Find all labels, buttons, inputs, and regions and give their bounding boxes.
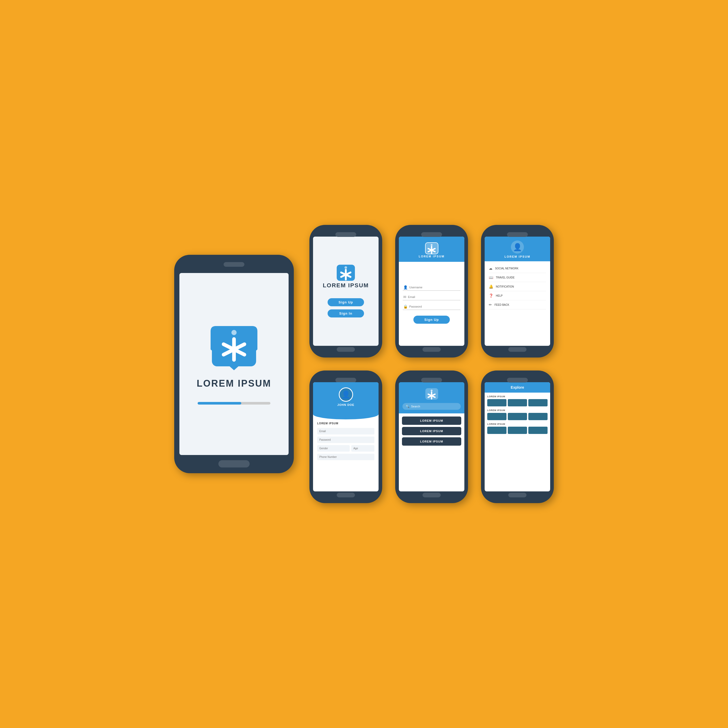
explore-card-2-3[interactable] [528,413,548,420]
profile-avatar-icon: 👤 [341,390,350,399]
phone-large: LOREM IPSUM [174,255,294,473]
explore-card-3-2[interactable] [508,427,527,434]
profile-avatar: 👤 [339,387,353,402]
explore-card-1-2[interactable] [508,399,527,406]
register-header: LOREM IPSUM [399,237,464,262]
explore-card-3-1[interactable] [487,427,506,434]
profile-phone-input[interactable] [317,454,375,460]
explore-section-1: LOREM IPSUM [487,395,548,406]
signup-button[interactable]: Sign Up [327,298,364,306]
register-title: LOREM IPSUM [419,255,445,258]
profile-age-input[interactable] [351,445,375,452]
screen-menu: 👤 LOREM IPSUM ☁ SOCIAL NETWORK 📖 TRAVEL … [485,237,550,346]
phone-explore: Explore LOREM IPSUM LOREM IPSU [481,370,554,503]
lock-icon: 🔒 [403,304,408,309]
phone-home-btn-5[interactable] [422,493,441,497]
phone-register: LOREM IPSUM 👤 ✉ 🔒 [395,225,468,358]
phone-search: 🔍 Search LOREM IPSUM LOREM IPSUM LOREM I… [395,370,468,503]
book-icon: 📖 [489,275,493,280]
profile-email-input[interactable] [317,428,375,434]
form-section-title: LOREM IPSUM [317,422,375,425]
pencil-icon: ✏ [489,303,492,307]
avatar: 👤 [511,240,524,254]
app-title-login: LOREM IPSUM [323,282,369,289]
register-signup-button[interactable]: Sign Up [413,316,450,324]
menu-item-feedback[interactable]: ✏ FEED BACK [489,300,546,309]
email-input[interactable] [408,295,460,298]
menu-label-help: HELP [496,294,503,297]
password-input[interactable] [409,305,460,308]
phone-login: LOREM IPSUM Sign Up Sign In [309,225,382,358]
logo-tag-medium-1 [335,263,356,282]
explore-card-1-1[interactable] [487,399,506,406]
screen-login: LOREM IPSUM Sign Up Sign In [313,237,379,346]
explore-section-title-2: LOREM IPSUM [487,409,548,411]
explore-card-2-2[interactable] [508,413,527,420]
search-icon: 🔍 [405,405,410,408]
svg-point-14 [431,244,432,246]
email-field-row: ✉ [403,294,460,300]
explore-card-2-1[interactable] [487,413,506,420]
app-title-large: LOREM IPSUM [197,378,271,389]
explore-cards-3 [487,427,548,434]
explore-card-3-3[interactable] [528,427,548,434]
list-item-3[interactable]: LOREM IPSUM [402,437,461,446]
signin-button[interactable]: Sign In [327,309,364,317]
menu-item-social[interactable]: ☁ SOCIAL NETWORK [489,264,546,273]
phones-grid: LOREM IPSUM Sign Up Sign In [309,225,554,503]
profile-header: 👤 LOREM IPSUM [485,237,550,261]
list-body: LOREM IPSUM LOREM IPSUM LOREM IPSUM [399,413,464,491]
explore-title: Explore [488,385,547,390]
svg-point-19 [431,390,432,392]
search-placeholder: Search [411,405,420,408]
profile-password-input[interactable] [317,437,375,443]
screen-register: LOREM IPSUM 👤 ✉ 🔒 [399,237,464,346]
phone-home-btn-3[interactable] [508,347,526,352]
list-item-1[interactable]: LOREM IPSUM [402,416,461,425]
help-icon: ❓ [489,294,493,298]
logo-tag-large [208,323,260,370]
phone-home-btn-1[interactable] [337,347,355,352]
screen-splash-large: LOREM IPSUM [179,273,289,455]
password-field-row: 🔒 [403,303,460,310]
menu-label-travel: TRAVEL GUIDE [496,276,515,279]
menu-item-notification[interactable]: 🔔 NOTIFICATION [489,282,546,291]
screen-search: 🔍 Search LOREM IPSUM LOREM IPSUM LOREM I… [399,382,464,491]
phone-home-btn-large[interactable] [219,460,249,468]
logo-tag-search [425,387,439,401]
scene: LOREM IPSUM LOREM IP [148,199,580,529]
username-input[interactable] [409,286,460,289]
phone-home-btn-2[interactable] [422,347,441,352]
register-form: 👤 ✉ 🔒 Sign Up [399,262,464,346]
email-icon: ✉ [403,295,406,299]
explore-section-title-3: LOREM IPSUM [487,423,548,425]
progress-bar-container [197,402,271,405]
svg-point-8 [344,266,347,269]
explore-section-2: LOREM IPSUM [487,409,548,420]
profile-form-header: 👤 JOHN DOE [313,382,379,414]
explore-section-3: LOREM IPSUM [487,423,548,434]
profile-gender-input[interactable] [317,445,350,452]
explore-cards-1 [487,399,548,406]
profile-form-section: LOREM IPSUM [313,414,379,491]
phone-home-btn-6[interactable] [508,493,526,497]
screen-profile-form: 👤 JOHN DOE LOREM IPSUM [313,382,379,491]
menu-item-travel[interactable]: 📖 TRAVEL GUIDE [489,273,546,282]
explore-cards-2 [487,413,548,420]
explore-header: Explore [485,382,550,393]
bell-icon: 🔔 [489,284,493,289]
list-item-2[interactable]: LOREM IPSUM [402,427,461,435]
username-field-row: 👤 [403,284,460,291]
screen-explore: Explore LOREM IPSUM LOREM IPSU [485,382,550,491]
search-header: 🔍 Search [399,382,464,413]
menu-list: ☁ SOCIAL NETWORK 📖 TRAVEL GUIDE 🔔 NOTIFI… [485,261,550,346]
menu-item-help[interactable]: ❓ HELP [489,291,546,300]
explore-section-title-1: LOREM IPSUM [487,395,548,398]
svg-point-3 [231,330,237,335]
phone-home-btn-4[interactable] [337,493,355,497]
avatar-icon: 👤 [513,243,522,251]
logo-tag-register [425,242,439,255]
search-bar[interactable]: 🔍 Search [402,403,461,410]
explore-card-1-3[interactable] [528,399,548,406]
cloud-icon: ☁ [489,266,492,271]
